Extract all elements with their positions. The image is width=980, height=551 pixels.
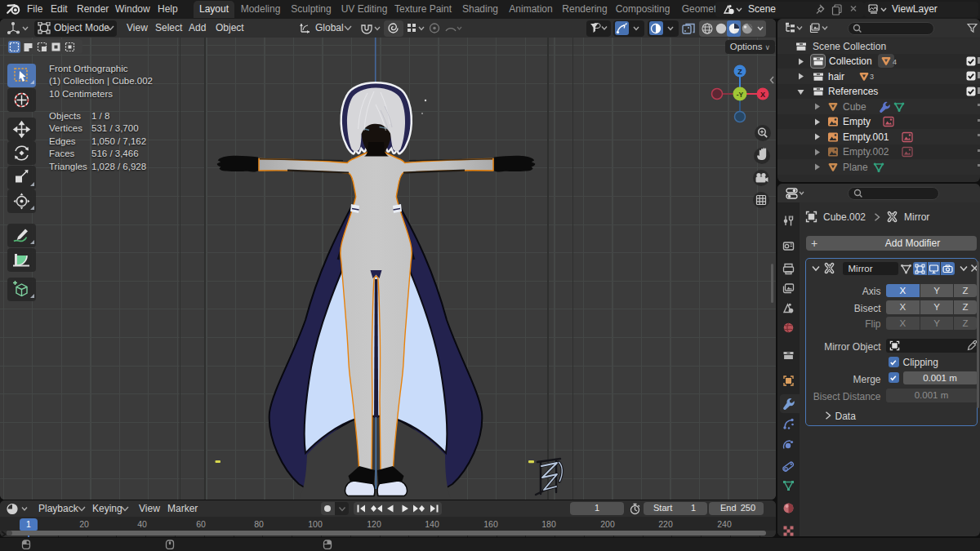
- svg-text:Z: Z: [737, 68, 742, 76]
- svg-text:X: X: [760, 91, 765, 99]
- svg-text:-Y: -Y: [737, 91, 744, 99]
